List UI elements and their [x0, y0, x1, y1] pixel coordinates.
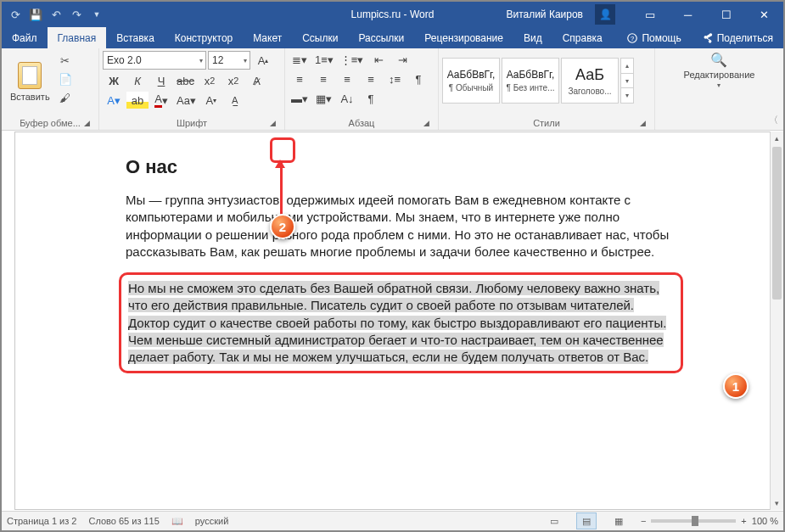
grow-font-icon[interactable]: A▴ — [252, 52, 274, 69]
group-paragraph-label: Абзац — [349, 118, 375, 128]
bold-button[interactable]: Ж — [103, 72, 125, 89]
paste-button[interactable]: Вставить — [5, 51, 55, 112]
underline-button[interactable]: Ч — [150, 72, 172, 89]
tab-home[interactable]: Главная — [48, 27, 107, 48]
subscript-button[interactable]: x2 — [199, 72, 221, 89]
font-color-icon[interactable]: A▾ — [150, 92, 172, 109]
justify-icon[interactable]: ≡ — [360, 70, 382, 87]
group-clipboard-label: Буфер обме... — [20, 118, 81, 128]
highlight-icon[interactable]: ab — [126, 92, 149, 109]
paragraph-marks-icon[interactable]: ¶ — [360, 90, 382, 107]
align-center-icon[interactable]: ≡ — [312, 70, 334, 87]
style-normal[interactable]: АаБбВвГг,¶ Обычный — [442, 58, 500, 104]
collapse-ribbon-icon[interactable]: 〈 — [769, 114, 778, 126]
font-size-combo[interactable]: 12▾ — [208, 51, 250, 70]
font-launcher[interactable]: ◢ — [266, 116, 279, 130]
bullets-icon[interactable]: ≣▾ — [289, 51, 311, 68]
text-effects-icon[interactable]: A▾ — [103, 92, 125, 109]
tab-design[interactable]: Конструктор — [165, 27, 243, 48]
char-shading-icon[interactable]: A̲ — [224, 92, 246, 109]
qat-dropdown-icon[interactable]: ▼ — [90, 8, 104, 21]
avatar[interactable]: 👤 — [595, 4, 615, 25]
strike-button[interactable]: abc — [174, 72, 197, 89]
ribbon-tabs: Файл Главная Вставка Конструктор Макет С… — [2, 27, 783, 48]
sort-icon[interactable]: A↓ — [336, 90, 358, 107]
view-print-icon[interactable]: ▤ — [576, 512, 597, 529]
tab-review[interactable]: Рецензирование — [414, 27, 513, 48]
tab-view[interactable]: Вид — [513, 27, 552, 48]
user-name[interactable]: Виталий Каиров — [497, 8, 592, 20]
superscript-button[interactable]: x2 — [222, 72, 244, 89]
paragraph-launcher[interactable]: ◢ — [419, 116, 433, 130]
style-nospacing[interactable]: АаБбВвГг,¶ Без инте... — [502, 58, 559, 104]
spellcheck-icon[interactable]: 📖 — [171, 516, 183, 527]
borders-icon[interactable]: ▦▾ — [312, 90, 334, 107]
shrink-font-2-icon[interactable]: A▾ — [200, 92, 222, 109]
tab-insert[interactable]: Вставка — [106, 27, 165, 48]
paste-icon — [18, 62, 42, 89]
document-area[interactable]: О нас Мы — группа энтузиастов, одержимых… — [14, 132, 771, 510]
help-button[interactable]: ?Помощь — [616, 27, 691, 48]
inc-indent-icon[interactable]: ⇥ — [391, 51, 413, 68]
tab-file[interactable]: Файл — [2, 27, 48, 48]
selection-callout-box: Но мы не сможем это сделать без Вашей об… — [119, 272, 683, 373]
view-read-icon[interactable]: ▭ — [544, 512, 564, 529]
maximize-button[interactable]: ☐ — [707, 2, 745, 27]
ribbon: Вставить ✂ 📄 🖌 Буфер обме...◢ Exo 2.0▾ 1… — [2, 48, 783, 131]
share-button[interactable]: Поделиться — [692, 27, 783, 48]
group-clipboard: Вставить ✂ 📄 🖌 Буфер обме...◢ — [2, 48, 99, 130]
zoom-out-button[interactable]: − — [641, 516, 646, 526]
align-right-icon[interactable]: ≡ — [336, 70, 358, 87]
copy-icon[interactable]: 📄 — [58, 71, 73, 87]
zoom-in-button[interactable]: + — [741, 516, 746, 526]
undo-icon[interactable]: ↶ — [49, 8, 63, 21]
status-lang[interactable]: русский — [195, 516, 228, 526]
italic-button[interactable]: К — [126, 72, 149, 89]
format-painter-icon[interactable]: 🖌 — [58, 90, 73, 105]
group-styles: АаБбВвГг,¶ Обычный АаБбВвГг,¶ Без инте..… — [439, 48, 655, 130]
scroll-down-icon[interactable]: ▾ — [771, 496, 783, 510]
tab-layout[interactable]: Макет — [243, 27, 292, 48]
tab-references[interactable]: Ссылки — [292, 27, 348, 48]
align-left-icon[interactable]: ≡ — [289, 70, 311, 87]
svg-text:?: ? — [631, 34, 634, 42]
tab-help[interactable]: Справка — [552, 27, 613, 48]
change-case-icon[interactable]: Aa▾ — [174, 92, 199, 109]
style-heading1[interactable]: АаБЗаголово... — [561, 58, 619, 104]
close-button[interactable]: ✕ — [745, 2, 783, 27]
scroll-thumb[interactable] — [772, 147, 782, 300]
quick-access: ⟳ 💾 ↶ ↷ ▼ — [2, 8, 110, 21]
styles-launcher[interactable]: ◢ — [636, 116, 649, 130]
shading-icon[interactable]: ▬▾ — [289, 90, 311, 107]
ribbon-options-icon[interactable]: ▭ — [631, 2, 669, 27]
zoom-slider[interactable] — [651, 519, 736, 523]
styles-scroll[interactable]: ▴▾▾ — [620, 58, 634, 104]
callout-badge-2: 2 — [270, 214, 295, 239]
status-page[interactable]: Страница 1 из 2 — [7, 516, 76, 526]
font-name-combo[interactable]: Exo 2.0▾ — [103, 51, 206, 70]
show-marks-icon[interactable]: ¶ — [407, 70, 429, 87]
clear-format-icon[interactable]: A̷ — [246, 72, 268, 89]
redo-icon[interactable]: ↷ — [70, 8, 83, 21]
autosave-icon[interactable]: ⟳ — [8, 8, 22, 21]
group-font: Exo 2.0▾ 12▾ A▴ Ж К Ч abc x2 x2 A̷ A▾ ab… — [99, 48, 285, 130]
status-words[interactable]: Слово 65 из 115 — [88, 516, 159, 526]
multilevel-icon[interactable]: ⋮≡▾ — [338, 51, 367, 68]
find-icon[interactable]: 🔍 — [708, 51, 730, 68]
callout-arrow-head — [275, 160, 285, 168]
cut-icon[interactable]: ✂ — [58, 53, 73, 68]
tab-mailings[interactable]: Рассылки — [348, 27, 414, 48]
save-icon[interactable]: 💾 — [29, 8, 42, 21]
dec-indent-icon[interactable]: ⇤ — [367, 51, 390, 68]
editing-dropdown-icon[interactable]: ▾ — [717, 81, 721, 89]
view-web-icon[interactable]: ▦ — [608, 512, 629, 529]
minimize-button[interactable]: ─ — [669, 2, 707, 27]
zoom-value[interactable]: 100 % — [752, 516, 778, 526]
scroll-up-icon[interactable]: ▴ — [771, 132, 783, 145]
numbering-icon[interactable]: 1≡▾ — [312, 51, 336, 68]
window-title: Lumpics.ru - Word — [351, 8, 435, 20]
clipboard-launcher[interactable]: ◢ — [80, 116, 93, 130]
group-editing-label[interactable]: Редактирование — [684, 70, 755, 80]
line-spacing-icon[interactable]: ↕≡ — [384, 70, 406, 87]
vertical-scrollbar[interactable]: ▴ ▾ — [770, 132, 783, 510]
